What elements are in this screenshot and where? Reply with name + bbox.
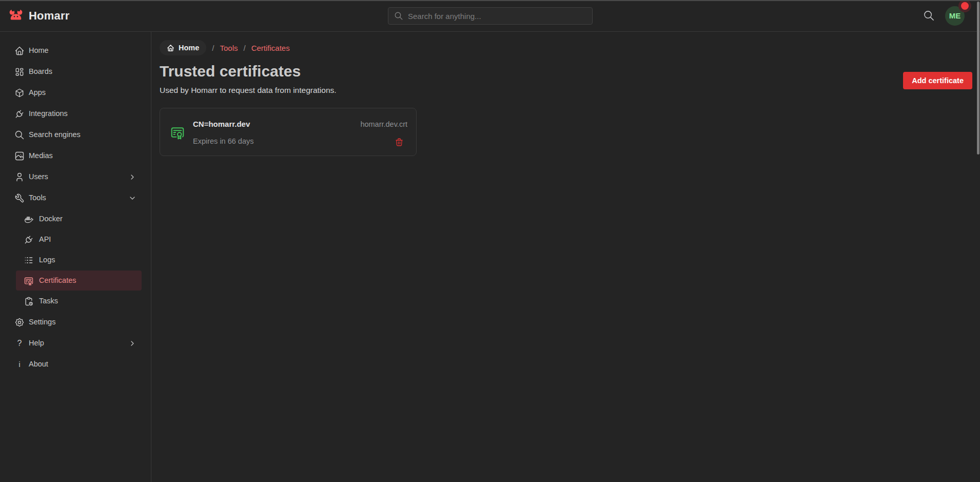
add-certificate-button[interactable]: Add certificate: [903, 72, 972, 89]
page-title: Trusted certificates: [160, 63, 301, 80]
layout-dashboard-icon: [14, 67, 25, 77]
sidebar-item-label: Apps: [29, 89, 46, 97]
certificate-common-name: CN=homarr.dev: [193, 120, 250, 128]
vertical-scrollbar[interactable]: [977, 2, 979, 155]
sidebar-item-integrations[interactable]: Integrations: [0, 103, 151, 124]
breadcrumb-separator: /: [244, 44, 246, 52]
sidebar-item-help[interactable]: ? Help: [0, 333, 151, 354]
app-title: Homarr: [29, 9, 69, 23]
sidebar-item-users[interactable]: Users: [0, 166, 151, 187]
certificate-file-name: homarr.dev.crt: [360, 120, 407, 128]
page-subtitle: Used by Homarr to request data from inte…: [160, 86, 337, 95]
sidebar-item-label: Logs: [39, 256, 55, 264]
home-icon: [14, 46, 25, 56]
sidebar-navigation: Home Boards Apps Integrations Search eng: [0, 32, 151, 482]
breadcrumb: Home / Tools / Certificates: [160, 40, 290, 55]
delete-certificate-button[interactable]: [395, 138, 404, 147]
home-icon: [167, 44, 174, 52]
sidebar-item-label: About: [29, 360, 48, 368]
avatar-initials: ME: [949, 11, 961, 20]
notification-dot-icon: [961, 2, 969, 10]
breadcrumb-separator: /: [212, 44, 214, 52]
sidebar-item-home[interactable]: Home: [0, 40, 151, 61]
photo-icon: [14, 151, 25, 161]
sidebar-item-label: Search engines: [29, 131, 81, 139]
sidebar-item-tools[interactable]: Tools: [0, 187, 151, 208]
sidebar-item-logs[interactable]: Logs: [16, 250, 142, 270]
user-icon: [14, 172, 25, 182]
certificate-expiry: Expires in 66 days: [193, 137, 253, 145]
sidebar-item-label: Tools: [29, 194, 46, 202]
sidebar-item-label: Integrations: [29, 110, 68, 118]
breadcrumb-home-label: Home: [179, 44, 199, 52]
gear-icon: [14, 317, 25, 327]
plug-icon: [14, 109, 25, 119]
breadcrumb-home-pill[interactable]: Home: [160, 40, 206, 55]
sidebar-item-certificates[interactable]: Certificates: [16, 271, 142, 291]
logs-icon: [24, 255, 34, 265]
sidebar-item-label: Boards: [29, 68, 52, 75]
search-input[interactable]: [408, 12, 586, 21]
app-header: Homarr ME: [0, 0, 980, 32]
docker-icon: [24, 214, 34, 224]
clipboard-clock-icon: [24, 296, 34, 306]
chevron-right-icon: [128, 173, 136, 181]
certificate-icon: [24, 276, 34, 286]
chevron-right-icon: [128, 339, 136, 348]
sidebar-item-medias[interactable]: Medias: [0, 145, 151, 166]
header-actions: ME: [923, 6, 972, 26]
sidebar-item-apps[interactable]: Apps: [0, 82, 151, 103]
sidebar-item-label: Tasks: [39, 297, 58, 305]
sidebar-item-label: Help: [29, 339, 44, 347]
breadcrumb-link-certificates[interactable]: Certificates: [251, 44, 290, 52]
sidebar-item-api[interactable]: API: [16, 229, 142, 249]
sidebar-item-label: Certificates: [39, 277, 76, 284]
wrench-icon: [14, 193, 25, 203]
sidebar-item-about[interactable]: i About: [0, 354, 151, 375]
global-search: [388, 7, 593, 25]
chevron-down-icon: [128, 194, 136, 202]
info-icon: i: [14, 360, 25, 369]
sidebar-item-label: Medias: [29, 152, 53, 160]
cube-icon: [14, 88, 25, 98]
window-top-edge: [0, 0, 980, 1]
sidebar-item-label: API: [39, 236, 51, 243]
app-window: Homarr ME Home Board: [0, 0, 980, 482]
user-avatar[interactable]: ME: [945, 6, 965, 26]
certificate-card: CN=homarr.dev homarr.dev.crt Expires in …: [160, 108, 417, 156]
sidebar-item-label: Settings: [29, 318, 55, 326]
sidebar-item-boards[interactable]: Boards: [0, 61, 151, 82]
certificate-icon: [170, 125, 185, 140]
sidebar-item-tasks[interactable]: Tasks: [16, 291, 142, 311]
breadcrumb-link-tools[interactable]: Tools: [220, 44, 238, 52]
sidebar-item-search-engines[interactable]: Search engines: [0, 124, 151, 145]
question-mark-icon: ?: [14, 339, 25, 348]
sidebar-item-docker[interactable]: Docker: [16, 209, 142, 229]
search-icon: [394, 11, 403, 21]
search-icon: [14, 130, 25, 140]
sidebar-item-settings[interactable]: Settings: [0, 312, 151, 333]
header-search-icon[interactable]: [923, 10, 935, 22]
plug-icon: [24, 235, 34, 245]
notification-badge: [958, 0, 971, 12]
sidebar-item-label: Docker: [39, 215, 63, 223]
sidebar-item-label: Users: [29, 173, 48, 181]
homarr-lobster-icon: [8, 8, 24, 24]
app-logo[interactable]: Homarr: [8, 8, 69, 24]
sidebar-item-label: Home: [29, 47, 49, 54]
